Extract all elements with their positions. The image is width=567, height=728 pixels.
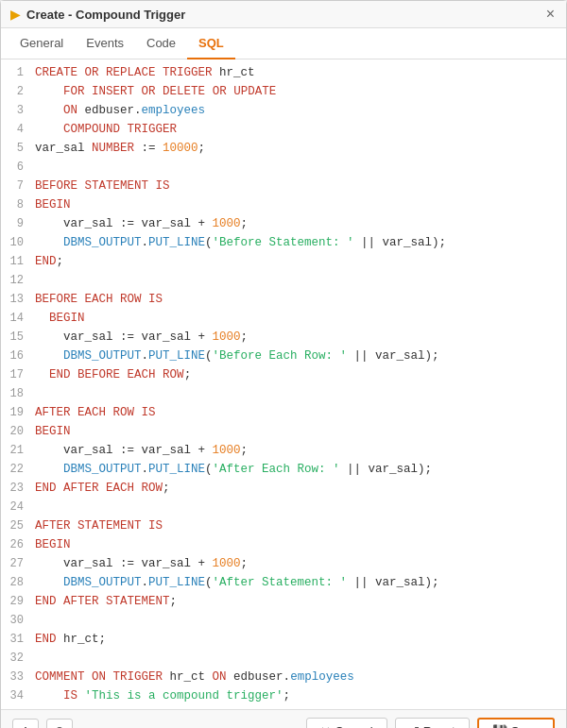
line-content (31, 158, 566, 177)
code-line: 22 DBMS_OUTPUT.PUT_LINE('After Each Row:… (1, 460, 566, 479)
line-number: 19 (1, 403, 31, 422)
window-icon: ▶ (10, 7, 21, 22)
line-number: 29 (1, 592, 31, 611)
line-number: 24 (1, 498, 31, 516)
tab-general[interactable]: General (9, 28, 75, 59)
code-line: 3 ON edbuser.employees (1, 101, 566, 120)
code-line: 29END AFTER STATEMENT; (1, 592, 566, 611)
info-button[interactable]: i (12, 719, 39, 729)
cancel-icon: ✕ (320, 724, 331, 728)
code-line: 25AFTER STATEMENT IS (1, 516, 566, 535)
line-number: 14 (1, 309, 31, 328)
tab-code[interactable]: Code (135, 28, 187, 59)
code-line: 5var_sal NUMBER := 10000; (1, 139, 566, 158)
line-content: END BEFORE EACH ROW; (31, 365, 566, 384)
line-content (31, 649, 566, 668)
line-number: 20 (1, 422, 31, 441)
code-line: 28 DBMS_OUTPUT.PUT_LINE('After Statement… (1, 573, 566, 592)
code-line: 19AFTER EACH ROW IS (1, 403, 566, 422)
line-content: DBMS_OUTPUT.PUT_LINE('After Statement: '… (31, 573, 566, 592)
line-number: 30 (1, 611, 31, 630)
line-number: 27 (1, 554, 31, 573)
line-number: 2 (1, 82, 31, 101)
line-number: 5 (1, 139, 31, 158)
line-number: 25 (1, 516, 31, 535)
line-content: var_sal := var_sal + 1000; (31, 441, 566, 460)
code-line: 23END AFTER EACH ROW; (1, 479, 566, 498)
footer-left: i ? (12, 719, 73, 729)
code-line: 6 (1, 158, 566, 177)
footer-right: ✕ Cancel ↺ Reset 💾 Save (306, 718, 555, 728)
line-content: COMMENT ON TRIGGER hr_ct ON edbuser.empl… (31, 668, 566, 686)
line-number: 9 (1, 214, 31, 233)
line-content: ON edbuser.employees (31, 101, 566, 120)
line-content (31, 611, 566, 630)
code-line: 13BEFORE EACH ROW IS (1, 290, 566, 309)
line-content: END AFTER STATEMENT; (31, 592, 566, 611)
line-number: 32 (1, 649, 31, 668)
tab-sql[interactable]: SQL (187, 28, 235, 59)
line-number: 16 (1, 347, 31, 365)
line-number: 23 (1, 479, 31, 498)
line-number: 11 (1, 252, 31, 271)
code-line: 4 COMPOUND TRIGGER (1, 120, 566, 139)
line-content: DBMS_OUTPUT.PUT_LINE('Before Each Row: '… (31, 347, 566, 365)
line-number: 18 (1, 384, 31, 403)
line-number: 15 (1, 328, 31, 347)
line-number: 26 (1, 535, 31, 554)
line-content: END; (31, 252, 566, 271)
line-number: 28 (1, 573, 31, 592)
code-line: 7BEFORE STATEMENT IS (1, 177, 566, 195)
window-title: Create - Compound Trigger (26, 8, 185, 22)
code-line: 33COMMENT ON TRIGGER hr_ct ON edbuser.em… (1, 668, 566, 686)
line-number: 33 (1, 668, 31, 686)
line-number: 8 (1, 195, 31, 214)
tab-bar: General Events Code SQL (1, 28, 566, 59)
line-content (31, 271, 566, 290)
line-number: 17 (1, 365, 31, 384)
code-line: 20BEGIN (1, 422, 566, 441)
code-line: 32 (1, 649, 566, 668)
tab-events[interactable]: Events (75, 28, 135, 59)
code-line: 11END; (1, 252, 566, 271)
code-line: 12 (1, 271, 566, 290)
close-button[interactable]: × (544, 7, 557, 22)
code-line: 9 var_sal := var_sal + 1000; (1, 214, 566, 233)
line-content: AFTER STATEMENT IS (31, 516, 566, 535)
line-number: 3 (1, 101, 31, 120)
titlebar: ▶ Create - Compound Trigger × (1, 1, 566, 28)
cancel-button[interactable]: ✕ Cancel (306, 718, 387, 728)
help-button[interactable]: ? (46, 719, 73, 729)
line-content: BEGIN (31, 309, 566, 328)
code-line: 31END hr_ct; (1, 630, 566, 649)
save-button[interactable]: 💾 Save (477, 718, 555, 728)
reset-button[interactable]: ↺ Reset (395, 718, 470, 728)
line-content: DBMS_OUTPUT.PUT_LINE('After Each Row: ' … (31, 460, 566, 479)
line-content: DBMS_OUTPUT.PUT_LINE('Before Statement: … (31, 233, 566, 252)
code-editor[interactable]: 1CREATE OR REPLACE TRIGGER hr_ct2 FOR IN… (1, 59, 566, 709)
line-number: 13 (1, 290, 31, 309)
code-line: 34 IS 'This is a compound trigger'; (1, 686, 566, 705)
code-line: 8BEGIN (1, 195, 566, 214)
line-number: 12 (1, 271, 31, 290)
line-number: 6 (1, 158, 31, 177)
line-content: BEGIN (31, 195, 566, 214)
line-content: var_sal := var_sal + 1000; (31, 328, 566, 347)
code-line: 15 var_sal := var_sal + 1000; (1, 328, 566, 347)
line-number: 22 (1, 460, 31, 479)
line-content: var_sal := var_sal + 1000; (31, 214, 566, 233)
line-content (31, 498, 566, 516)
code-line: 21 var_sal := var_sal + 1000; (1, 441, 566, 460)
line-content: FOR INSERT OR DELETE OR UPDATE (31, 82, 566, 101)
line-number: 4 (1, 120, 31, 139)
reset-icon: ↺ (409, 724, 420, 728)
save-label: Save (511, 724, 540, 728)
line-content: var_sal NUMBER := 10000; (31, 139, 566, 158)
code-line: 1CREATE OR REPLACE TRIGGER hr_ct (1, 63, 566, 82)
titlebar-left: ▶ Create - Compound Trigger (10, 7, 185, 22)
code-line: 30 (1, 611, 566, 630)
line-content: AFTER EACH ROW IS (31, 403, 566, 422)
line-content: BEGIN (31, 535, 566, 554)
code-line: 18 (1, 384, 566, 403)
line-number: 31 (1, 630, 31, 649)
